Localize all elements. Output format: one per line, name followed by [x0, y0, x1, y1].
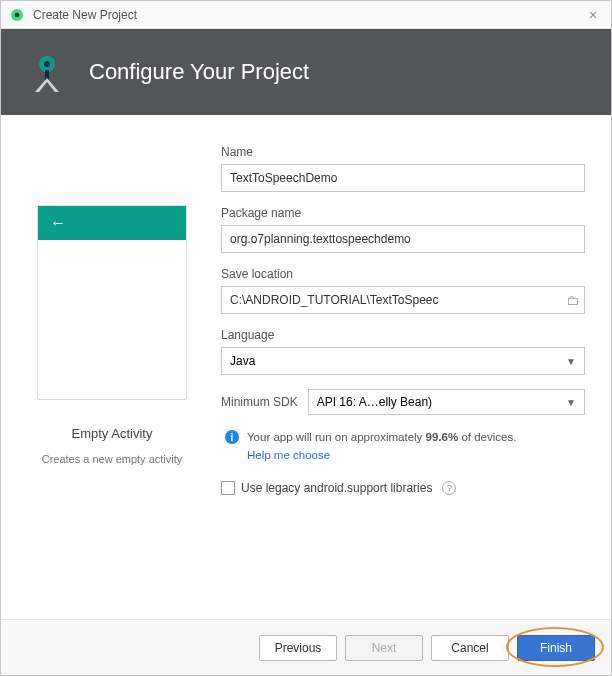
legacy-label: Use legacy android.support libraries — [241, 481, 432, 495]
finish-button[interactable]: Finish — [517, 635, 595, 661]
name-input[interactable] — [221, 164, 585, 192]
package-input[interactable] — [221, 225, 585, 253]
template-description: Creates a new empty activity — [42, 453, 183, 465]
window-title: Create New Project — [33, 8, 137, 22]
template-title: Empty Activity — [72, 426, 153, 441]
back-arrow-icon: ← — [50, 214, 66, 232]
legacy-support-row: Use legacy android.support libraries ? — [221, 481, 585, 495]
chevron-down-icon: ▼ — [566, 356, 576, 367]
language-value: Java — [230, 354, 255, 368]
minsdk-row: Minimum SDK API 16: A…elly Bean) ▼ — [221, 389, 585, 415]
language-field-group: Language Java ▼ — [221, 328, 585, 375]
svg-point-1 — [15, 12, 20, 17]
name-label: Name — [221, 145, 585, 159]
save-input[interactable] — [221, 286, 585, 314]
form-pane: Name Package name Save location 🗀 Langua… — [221, 145, 585, 609]
dialog-footer: Previous Next Cancel Finish — [1, 619, 611, 675]
dialog-body: ← Empty Activity Creates a new empty act… — [1, 115, 611, 619]
language-label: Language — [221, 328, 585, 342]
info-icon: i — [225, 430, 239, 444]
close-icon[interactable]: × — [583, 7, 603, 23]
chevron-down-icon: ▼ — [566, 397, 576, 408]
save-label: Save location — [221, 267, 585, 281]
info-text: Your app will run on approximately 99.6%… — [247, 429, 516, 463]
package-field-group: Package name — [221, 206, 585, 253]
save-field-group: Save location 🗀 — [221, 267, 585, 314]
coverage-percent: 99.6% — [426, 431, 459, 443]
browse-folder-icon[interactable]: 🗀 — [566, 293, 579, 308]
svg-point-3 — [44, 61, 50, 67]
header-title: Configure Your Project — [89, 59, 309, 85]
phone-preview: ← — [37, 205, 187, 400]
name-field-group: Name — [221, 145, 585, 192]
dialog-window: Create New Project × Configure Your Proj… — [0, 0, 612, 676]
template-preview-pane: ← Empty Activity Creates a new empty act… — [27, 145, 197, 609]
minsdk-select[interactable]: API 16: A…elly Bean) ▼ — [308, 389, 585, 415]
device-coverage-info: i Your app will run on approximately 99.… — [221, 429, 585, 463]
android-studio-icon — [9, 7, 25, 23]
dialog-header: Configure Your Project — [1, 29, 611, 115]
language-select[interactable]: Java ▼ — [221, 347, 585, 375]
legacy-checkbox[interactable] — [221, 481, 235, 495]
android-project-icon — [25, 50, 69, 94]
cancel-button[interactable]: Cancel — [431, 635, 509, 661]
help-icon[interactable]: ? — [442, 481, 456, 495]
minsdk-label: Minimum SDK — [221, 395, 298, 409]
help-me-choose-link[interactable]: Help me choose — [247, 447, 516, 463]
minsdk-value: API 16: A…elly Bean) — [317, 395, 432, 409]
previous-button[interactable]: Previous — [259, 635, 337, 661]
next-button: Next — [345, 635, 423, 661]
phone-appbar: ← — [38, 206, 186, 240]
package-label: Package name — [221, 206, 585, 220]
titlebar[interactable]: Create New Project × — [1, 1, 611, 29]
